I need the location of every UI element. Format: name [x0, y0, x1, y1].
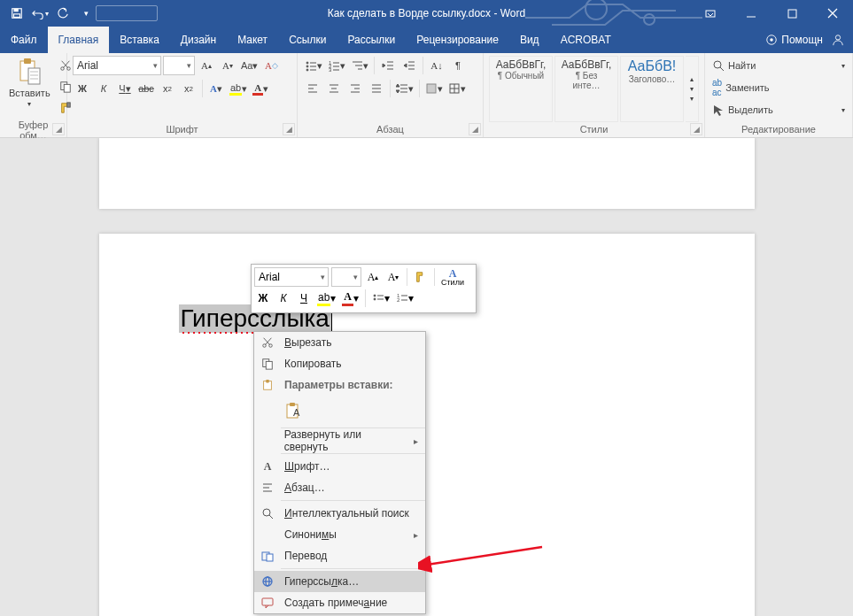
paste-button[interactable]: Вставить ▾ [5, 56, 54, 110]
styles-expand-icon[interactable]: ▾ [690, 95, 694, 103]
ctx-cut[interactable]: Вырезать [254, 332, 425, 353]
styles-scroll-down-icon[interactable]: ▾ [690, 85, 694, 93]
tab-references[interactable]: Ссылки [278, 27, 337, 53]
borders-icon[interactable]: ▾ [446, 79, 468, 98]
mt-font-family[interactable]: Arial [254, 267, 329, 287]
ctx-copy[interactable]: Копировать [254, 353, 425, 374]
mt-italic-button[interactable]: К [275, 289, 292, 308]
svg-rect-1 [14, 9, 19, 12]
group-clipboard: Вставить ▾ Буфер обм… ◢ [0, 53, 67, 137]
group-font: Arial A▴ A▾ Aa▾ A◇ Ж К Ч▾ abc x2 x2 A▾ a… [67, 53, 298, 137]
mt-font-color-icon[interactable]: A▾ [340, 289, 361, 308]
tab-file[interactable]: Файл [0, 27, 48, 53]
mt-format-painter-icon[interactable] [412, 267, 430, 287]
mt-shrink-font-icon[interactable]: A▾ [384, 267, 402, 287]
ctx-new-comment[interactable]: Создать примечание [254, 592, 425, 613]
show-marks-icon[interactable]: ¶ [448, 56, 468, 75]
replace-button[interactable]: abacЗаменить [710, 78, 847, 97]
copy-icon [258, 358, 277, 370]
styles-scroll-up-icon[interactable]: ▴ [690, 75, 694, 83]
shading-icon[interactable]: ▾ [423, 79, 445, 98]
text-effects-icon[interactable]: A▾ [206, 79, 226, 98]
mt-font-size[interactable] [331, 267, 361, 287]
cut-icon [258, 336, 277, 349]
mt-numbering-icon[interactable]: 12▾ [394, 289, 415, 308]
svg-point-4 [644, 14, 655, 25]
font-color-icon[interactable]: A▾ [251, 79, 270, 98]
clipboard-launcher-icon[interactable]: ◢ [52, 123, 65, 135]
multilevel-icon[interactable]: ▾ [349, 56, 370, 75]
underline-button[interactable]: Ч▾ [115, 79, 135, 98]
ctx-expand-collapse[interactable]: Развернуть или свернуть [254, 430, 425, 451]
paste-options-icon [258, 379, 277, 391]
font-launcher-icon[interactable]: ◢ [283, 123, 295, 135]
superscript-icon[interactable]: x2 [179, 79, 198, 98]
maximize-icon[interactable] [772, 0, 812, 27]
paste-keep-formatting[interactable]: A [281, 399, 307, 422]
bullets-icon[interactable]: ▾ [303, 56, 324, 75]
page-previous[interactable] [99, 138, 755, 209]
mt-bullets-icon[interactable]: ▾ [370, 289, 392, 308]
close-icon[interactable] [812, 0, 853, 27]
tab-insert[interactable]: Вставка [109, 27, 170, 53]
mt-grow-font-icon[interactable]: A▴ [364, 267, 382, 287]
svg-line-71 [720, 67, 724, 71]
tab-mailings[interactable]: Рассылки [337, 27, 406, 53]
change-case-icon[interactable]: Aa▾ [239, 56, 260, 75]
tab-design[interactable]: Дизайн [170, 27, 227, 53]
decrease-indent-icon[interactable] [378, 56, 398, 75]
line-spacing-icon[interactable]: ▾ [394, 79, 415, 98]
undo-icon[interactable]: ▾ [30, 4, 50, 23]
numbering-icon[interactable]: 123▾ [326, 56, 347, 75]
ctx-hyperlink[interactable]: Гиперссылка… [254, 571, 425, 592]
clear-formatting-icon[interactable]: A◇ [261, 56, 281, 75]
qat-customize-icon[interactable]: ▾ [76, 4, 96, 23]
align-left-icon[interactable] [303, 79, 322, 98]
account-icon[interactable] [832, 34, 844, 46]
justify-icon[interactable] [367, 79, 386, 98]
italic-button[interactable]: К [94, 79, 113, 98]
tab-review[interactable]: Рецензирование [406, 27, 509, 53]
tab-home[interactable]: Главная [48, 27, 110, 53]
styles-launcher-icon[interactable]: ◢ [690, 123, 702, 135]
mini-toolbar: Arial A▴ A▾ AСтили Ж К Ч ab▾ A▾ ▾ 12▾ [251, 264, 477, 313]
ctx-paragraph[interactable]: Абзац… [254, 477, 425, 498]
user-account-box[interactable] [96, 5, 158, 21]
strikethrough-button[interactable]: abc [136, 79, 156, 98]
font-size-select[interactable] [163, 56, 195, 75]
mt-highlight-icon[interactable]: ab▾ [315, 289, 337, 308]
save-icon[interactable] [7, 4, 27, 23]
align-right-icon[interactable] [345, 79, 365, 98]
align-center-icon[interactable] [324, 79, 344, 98]
tab-layout[interactable]: Макет [227, 27, 278, 53]
svg-marker-45 [404, 64, 407, 67]
svg-text:2: 2 [397, 297, 400, 303]
tab-view[interactable]: Вид [509, 27, 550, 53]
mt-bold-button[interactable]: Ж [254, 289, 272, 308]
shrink-font-icon[interactable]: A▾ [218, 56, 237, 75]
find-button[interactable]: Найти▾ [710, 56, 847, 75]
mt-underline-button[interactable]: Ч [295, 289, 313, 308]
ctx-translate[interactable]: Перевод [254, 545, 425, 566]
subscript-icon[interactable]: x2 [158, 79, 177, 98]
increase-indent-icon[interactable] [399, 56, 419, 75]
sort-icon[interactable]: A↓ [427, 56, 446, 75]
paragraph-launcher-icon[interactable]: ◢ [469, 123, 481, 135]
tab-acrobat[interactable]: ACROBAT [550, 27, 622, 53]
font-family-select[interactable]: Arial [73, 56, 161, 75]
grow-font-icon[interactable]: A▴ [197, 56, 216, 75]
ctx-smart-lookup[interactable]: Интеллектуальный поиск [254, 503, 425, 524]
mt-styles-button[interactable]: AСтили [439, 267, 466, 287]
style-heading1[interactable]: АаБбВ!Заголово… [620, 56, 684, 122]
tell-me[interactable]: Помощн [765, 34, 823, 46]
style-nospace[interactable]: АаБбВвГг,¶ Без инте… [554, 56, 618, 122]
select-button[interactable]: Выделить▾ [710, 100, 847, 119]
ctx-synonyms[interactable]: Синонимы [254, 524, 425, 545]
svg-point-30 [306, 69, 308, 71]
bold-button[interactable]: Ж [73, 79, 92, 98]
highlight-icon[interactable]: ab▾ [228, 79, 249, 98]
style-normal[interactable]: АаБбВвГг,¶ Обычный [489, 56, 553, 122]
ctx-cut-rest: ырезать [291, 336, 331, 349]
ctx-font[interactable]: AШрифт… [254, 456, 425, 477]
redo-icon[interactable] [53, 4, 73, 23]
